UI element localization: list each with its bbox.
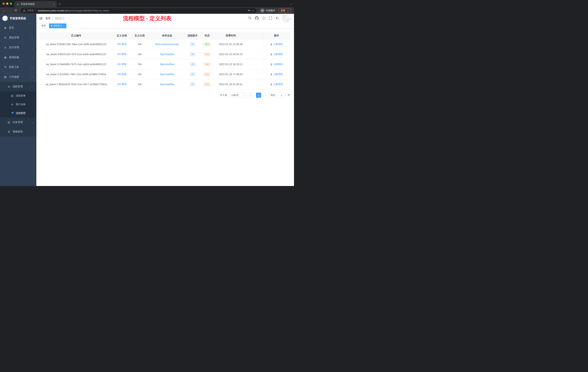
page-size-select[interactable]: 10条/页	[230, 93, 247, 98]
sidebar-toggle-icon[interactable]	[39, 17, 42, 20]
github-icon[interactable]	[255, 16, 259, 20]
table-row: oa_leave:4:991f2193-7b7f-11ec-a3c8-acde4…	[40, 49, 290, 59]
app-logo[interactable]: 芋道管理系统	[0, 14, 36, 23]
window-minimize-button[interactable]	[6, 2, 8, 5]
breadcrumb-home[interactable]: 首页	[45, 17, 51, 20]
tag-close-icon[interactable]: ×	[63, 25, 64, 27]
dashboard-icon	[4, 26, 7, 30]
definition-id: oa_leave:2:3c1f0ef1-76b1-11ec-9c66-a2380…	[40, 69, 113, 79]
incognito-badge: 无痕模式	[260, 8, 275, 13]
sidebar-item-label: 工作流程	[9, 75, 19, 79]
sidebar-item-payment-management[interactable]: 支付管理	[0, 43, 36, 52]
assign-rule-link[interactable]: 分配规则	[270, 83, 283, 86]
assign-rule-link[interactable]: 分配规则	[270, 63, 283, 66]
back-icon[interactable]: ←	[2, 9, 7, 12]
form-info-link[interactable]: /bpm/oa/flow	[160, 73, 174, 76]
url-bar[interactable]: 不安全 dashboard.yudao.iocoder.cn/bpm/manag…	[21, 8, 257, 13]
chevron-down-icon	[32, 36, 33, 39]
column-header-form-info: 表单信息	[148, 32, 186, 39]
form-info-link[interactable]: /bpm/oa/leave/create	[155, 43, 179, 46]
definition-name-link[interactable]: OA 请假	[117, 63, 126, 66]
logo-image	[2, 16, 8, 21]
status-tag: 激活	[203, 42, 211, 46]
form-icon	[10, 94, 14, 97]
password-key-icon[interactable]	[248, 9, 251, 12]
sidebar-item-label: 流程表单	[16, 94, 26, 97]
sidebar-item-process-forms[interactable]: 流程表单	[0, 91, 36, 100]
browser-menu-dots-icon[interactable]: ⋮	[287, 9, 289, 12]
main-area: 首页 / 流程定义 流程模型 - 定义列表	[36, 14, 294, 186]
assign-rule-link[interactable]: 分配规则	[270, 73, 283, 76]
font-size-icon[interactable]	[276, 17, 279, 20]
form-info-link[interactable]: /bpm/oa/flow	[160, 83, 174, 86]
prev-page-button[interactable]	[249, 93, 254, 98]
active-dot	[51, 25, 52, 26]
reload-icon[interactable]	[13, 9, 18, 12]
url-text: dashboard.yudao.iocoder.cn/bpm/manager/d…	[38, 9, 109, 12]
window-close-button[interactable]	[2, 2, 5, 5]
assign-rule-link[interactable]: 分配规则	[270, 43, 283, 46]
bookmark-star-icon[interactable]: ☆	[252, 9, 254, 12]
fullscreen-icon[interactable]	[269, 17, 272, 20]
sidebar-item-infrastructure[interactable]: 基础设施	[0, 52, 36, 62]
sidebar-item-dev-tools[interactable]: 研发工具	[0, 62, 36, 72]
sidebar-item-leave-query[interactable]: 请假查询	[0, 127, 36, 136]
navbar-actions	[248, 15, 291, 22]
help-icon[interactable]	[262, 17, 265, 20]
page-1-button[interactable]: 1	[256, 93, 261, 98]
url-path: /bpm/manager/definition?key=oa_leave	[67, 9, 109, 12]
chevron-up-icon	[32, 85, 33, 88]
version-tag: v4	[190, 52, 196, 56]
definition-id: oa_leave:3:1fad3d93-7b75-11ec-a3c8-acde4…	[40, 59, 113, 69]
form-info-link[interactable]: /bpm/oa/flow	[160, 53, 174, 56]
sidebar-item-home[interactable]: 首页	[0, 23, 36, 33]
column-header-status: 状态	[200, 32, 215, 39]
sidebar-item-process-models[interactable]: 流程模型	[0, 109, 36, 118]
new-tab-button[interactable]: +	[59, 2, 61, 6]
person-icon	[270, 53, 273, 55]
sidebar-item-workflow[interactable]: 工作流程	[0, 72, 36, 82]
goto-page-input[interactable]	[277, 93, 285, 98]
sidebar-item-label: 流程管理	[12, 85, 23, 88]
user-group-icon	[10, 103, 14, 106]
user-menu[interactable]	[282, 15, 291, 22]
tag-process-definition[interactable]: 流程定义 ×	[49, 23, 66, 28]
definition-name-link[interactable]: OA 请假	[117, 43, 126, 46]
assign-rule-label: 分配规则	[273, 53, 283, 56]
deploy-time: 2022-01-22 21:48:38	[215, 39, 247, 49]
column-header-version: 流程版本	[186, 32, 200, 39]
paper-plane-icon	[10, 111, 14, 115]
pagination: 共 5 条 10条/页 1 前往 页	[40, 93, 290, 98]
next-page-button[interactable]	[263, 93, 268, 98]
forward-icon[interactable]: →	[8, 9, 12, 12]
assign-rule-link[interactable]: 分配规则	[270, 53, 283, 56]
sidebar-item-system-management[interactable]: 系统管理	[0, 33, 36, 43]
goto-unit: 页	[288, 94, 290, 97]
sidebar-item-user-groups[interactable]: 用户分组	[0, 100, 36, 109]
tag-home[interactable]: 首页	[40, 23, 48, 28]
tab-search-icon[interactable]	[290, 2, 292, 5]
browser-toolbar: ← → 不安全 dashboard.yudao.iocoder.cn/bpm/m…	[0, 7, 294, 14]
definition-name-link[interactable]: OA 请假	[117, 73, 126, 76]
assign-rule-label: 分配规则	[273, 43, 283, 46]
sidebar-item-process-management[interactable]: 流程管理	[0, 82, 36, 91]
sidebar-item-label: 任务管理	[12, 121, 23, 124]
page-content: 定义编号 定义名称 定义分类 表单信息 流程版本 状态 部署时间 操作 oa_l…	[36, 29, 294, 186]
version-tag: v1	[190, 82, 196, 87]
sidebar-item-label: 系统管理	[9, 36, 19, 39]
form-info-link[interactable]: /bpm/oa/flow	[160, 63, 174, 66]
definition-name-link[interactable]: OA 请假	[117, 53, 126, 56]
tab-close-icon[interactable]: ×	[53, 3, 55, 6]
infrastructure-icon	[4, 56, 7, 59]
sidebar-item-task-management[interactable]: 任务管理	[0, 118, 36, 127]
definition-id: oa_leave:5:004b710b-7b8a-11ec-8ef0-acde4…	[40, 39, 113, 49]
window-zoom-button[interactable]	[10, 2, 12, 5]
breadcrumb: 首页 / 流程定义	[45, 17, 65, 20]
search-icon[interactable]	[248, 16, 252, 20]
deploy-time: 2022-01-16 17:46:53	[215, 69, 247, 79]
browser-tab[interactable]: 芋道管理系统 ×	[15, 1, 57, 7]
chevron-down-icon	[32, 66, 33, 69]
assign-rule-label: 分配规则	[273, 73, 283, 76]
definition-name-link[interactable]: OA 请假	[117, 83, 126, 86]
update-button[interactable]: 更新 ⋮	[278, 8, 292, 13]
